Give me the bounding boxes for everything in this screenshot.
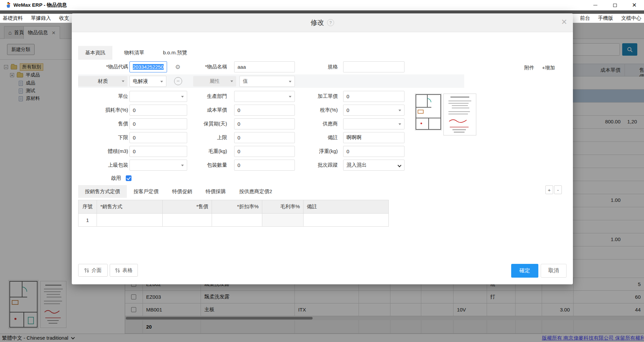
item-code-input[interactable]: 20334252250 (129, 61, 167, 72)
gross-weight-value: 0 (237, 149, 240, 154)
attachment-add-button[interactable]: +增加 (542, 65, 555, 71)
remove-row-button[interactable]: - (554, 185, 562, 194)
process-price-value: 0 (346, 94, 349, 99)
spec-input[interactable] (343, 61, 405, 72)
floorplan-thumbnail[interactable] (415, 94, 442, 130)
cell-margin (262, 214, 304, 227)
remark-input[interactable]: 啊啊啊 (343, 132, 405, 143)
title-bar: WeMax ERP - 物品信息 ✕ (0, 0, 644, 10)
close-icon: ✕ (632, 2, 637, 8)
dept-label: 生產部門 (169, 91, 227, 102)
tab-bom-list[interactable]: 物料清單 (117, 46, 151, 60)
material-value: 电解液 (133, 78, 148, 84)
pack-qty-value: 0 (237, 162, 240, 168)
supplier-select[interactable] (343, 118, 405, 129)
upper-limit-label: 上限 (169, 132, 227, 143)
caret-down-icon (398, 123, 401, 125)
app-window: ⌂ 首頁 物品信息 ✕ 新建分類 − 所有類別 + 半成品 成品 测试 (0, 0, 644, 342)
app-icon (5, 2, 11, 8)
price-label: 售價 (72, 118, 128, 129)
tab-basic-info[interactable]: 基本資訊 (78, 46, 112, 60)
material-type-select[interactable]: 材质 (78, 76, 127, 87)
cost-value: 0 (237, 107, 240, 113)
add-row-button[interactable]: + (545, 185, 553, 194)
tab-price-by-supplier2[interactable]: 按供應商定價2 (232, 185, 279, 198)
dialog-title: 修改 (311, 18, 324, 27)
upper-limit-value: 0 (237, 135, 240, 140)
dialog-close-button[interactable]: ✕ (559, 17, 569, 27)
cell-discount[interactable] (212, 214, 262, 227)
header-sell-price: *售價 (163, 200, 212, 214)
dialog-tabs: 基本資訊 物料清單 b.o.m.預覽 (78, 46, 194, 60)
item-code-value: 20334252250 (133, 64, 164, 70)
menu-income-expense[interactable]: 收支 (59, 15, 69, 21)
volume-value: 0 (133, 149, 136, 154)
pricing-grid-header: 序號 *銷售方式 *售價 *折扣率% 毛利率% 備註 (78, 200, 389, 214)
interface-config-label: 介面 (92, 267, 102, 274)
header-margin: 毛利率% (262, 200, 304, 214)
net-weight-input[interactable]: 0 (343, 146, 405, 157)
tab-special-purchase[interactable]: 特價採購 (199, 185, 232, 198)
maximize-icon (613, 4, 617, 7)
document-thumbnail[interactable] (443, 94, 476, 135)
window-title: WeMax ERP - 物品信息 (13, 2, 67, 8)
pricing-grid-row: 1 (78, 214, 389, 227)
menu-mobile-version[interactable]: 手機版 (598, 15, 613, 21)
volume-label: 體積(m3) (72, 146, 128, 157)
tax-value: 0 (346, 107, 349, 113)
lower-limit-value: 0 (133, 135, 136, 140)
tab-bom-preview[interactable]: b.o.m.預覽 (156, 46, 194, 60)
remark-label: 備註 (280, 132, 338, 143)
remark-value: 啊啊啊 (346, 134, 362, 141)
header-remark: 備註 (304, 200, 389, 214)
process-price-input[interactable]: 0 (343, 91, 405, 102)
loss-value: 0 (133, 107, 136, 113)
sliders-icon (84, 268, 89, 273)
pack-qty-label: 包裝數量 (169, 160, 227, 171)
caret-down-icon (160, 81, 163, 82)
tab-price-by-customer[interactable]: 按客戶定價 (127, 185, 165, 198)
item-name-label: *物品名稱 (169, 61, 227, 72)
attachment-label: 附件 (524, 65, 534, 71)
tax-combo[interactable]: 0 (343, 105, 405, 116)
enabled-label: 啟用 (72, 173, 121, 184)
menu-front-desk[interactable]: 前台 (580, 15, 590, 21)
grid-config-button[interactable]: 表格 (110, 264, 138, 277)
header-sales-method: *銷售方式 (97, 200, 163, 214)
spec-label: 規格 (280, 61, 338, 72)
attribute-value-select[interactable]: 值 (239, 76, 295, 87)
chevron-down-icon (397, 163, 401, 167)
pricing-tabs: 按銷售方式定價 按客戶定價 特價促銷 特價採購 按供應商定價2 (78, 185, 279, 198)
cell-sell-price[interactable] (163, 214, 212, 227)
caret-down-icon (398, 110, 401, 111)
maximize-button[interactable] (605, 0, 625, 10)
batch-track-label: 批次跟蹤 (280, 160, 338, 171)
header-seq: 序號 (78, 200, 97, 214)
header-discount: *折扣率% (212, 200, 262, 214)
cell-seq: 1 (78, 214, 97, 227)
minimize-button[interactable] (586, 0, 605, 10)
attribute-select[interactable]: 屬性 (193, 76, 236, 87)
cell-sales-method[interactable] (97, 214, 163, 227)
supplier-label: 供應商 (280, 118, 338, 129)
interface-config-button[interactable]: 介面 (78, 264, 108, 277)
shelf-value: 0 (237, 121, 240, 127)
sliders-icon (115, 268, 120, 273)
confirm-button[interactable]: 確定 (511, 264, 538, 278)
material-value-select[interactable]: 电解液 (129, 76, 166, 87)
batch-track-select[interactable]: 混入混出 (343, 160, 405, 171)
caret-down-icon (122, 80, 124, 82)
menu-basic-data[interactable]: 基礎資料 (3, 15, 23, 21)
lower-limit-label: 下限 (72, 132, 128, 143)
menu-doc-entry[interactable]: 單據錄入 (31, 15, 51, 21)
close-window-button[interactable]: ✕ (625, 0, 644, 10)
remove-attribute-button[interactable]: − (174, 77, 182, 85)
pricing-grid: 序號 *銷售方式 *售價 *折扣率% 毛利率% 備註 1 (78, 200, 389, 227)
tab-price-by-sales-method[interactable]: 按銷售方式定價 (78, 185, 127, 198)
enabled-checkbox[interactable] (126, 175, 131, 181)
tab-special-promo[interactable]: 特價促銷 (165, 185, 199, 198)
help-icon[interactable]: ? (327, 19, 334, 26)
menu-doc-center[interactable]: 文檔中心 (621, 15, 641, 21)
cell-remark[interactable] (304, 214, 389, 227)
cancel-button[interactable]: 取消 (541, 264, 567, 278)
